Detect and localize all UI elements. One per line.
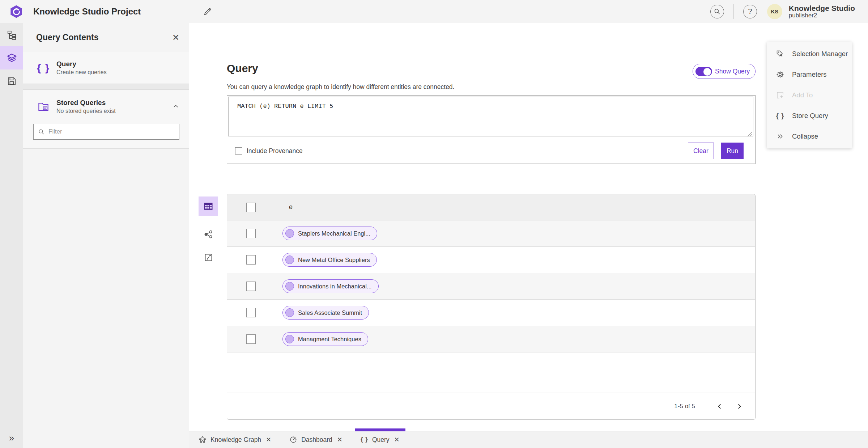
edit-title-button[interactable]: [202, 6, 213, 17]
results-table: e Staplers Mechanical Engi... New Metal …: [227, 194, 756, 420]
query-item-description: Create new queries: [56, 69, 107, 76]
include-provenance-checkbox[interactable]: [235, 147, 242, 155]
column-header-e: e: [275, 194, 755, 220]
panel-section-stored: Stored Queries No stored queries exist: [23, 90, 189, 149]
help-icon: ?: [748, 7, 752, 16]
row-checkbox[interactable]: [246, 334, 256, 344]
rail-save-button[interactable]: [0, 69, 23, 93]
bottom-tab-bar: Knowledge Graph ✕ Dashboard ✕ { } Query …: [189, 431, 868, 448]
query-view: Query You can query a knowledge graph to…: [189, 23, 868, 431]
entity-pill[interactable]: Innovations in Mechanical...: [282, 279, 379, 293]
query-heading: Query: [227, 62, 258, 75]
previous-page-button[interactable]: [712, 399, 727, 414]
table-row[interactable]: Staplers Mechanical Engi...: [227, 220, 755, 247]
app-header: Knowledge Studio Project ? KS Knowled: [0, 0, 868, 23]
account-username: publisher2: [789, 12, 855, 19]
panel-title-row: Query Contents ✕: [23, 23, 189, 52]
table-row[interactable]: Managment Techniques: [227, 326, 755, 352]
panel-section-gap: [23, 84, 189, 90]
entity-dot-icon: [285, 255, 294, 264]
panel-close-icon[interactable]: ✕: [172, 33, 179, 42]
query-description: You can query a knowledge graph to ident…: [227, 83, 454, 91]
avatar[interactable]: KS: [767, 4, 782, 19]
row-checkbox[interactable]: [246, 255, 256, 265]
query-item-label: Query: [56, 60, 107, 68]
query-actions-panel: Selection Manager Parameters: [767, 42, 852, 148]
search-button[interactable]: [710, 5, 724, 18]
project-title: Knowledge Studio Project: [33, 7, 141, 17]
stored-queries-folder-icon: [35, 101, 51, 112]
store-query-button[interactable]: { } Store Query: [767, 105, 852, 126]
show-query-toggle[interactable]: Show Query: [693, 64, 756, 79]
gear-icon: [775, 70, 785, 79]
tab-dashboard[interactable]: Dashboard ✕: [283, 431, 349, 448]
app-logo-icon: [9, 5, 23, 18]
braces-icon: { }: [35, 62, 51, 74]
help-button[interactable]: ?: [743, 5, 757, 18]
rail-data-model-button[interactable]: [0, 23, 23, 46]
row-checkbox[interactable]: [246, 229, 256, 238]
user-block[interactable]: Knowledge Studio publisher2: [789, 4, 855, 19]
panel-item-query[interactable]: { } Query Create new queries: [23, 52, 189, 84]
run-button[interactable]: Run: [721, 143, 744, 159]
entity-pill[interactable]: New Metal Office Suppliers: [282, 253, 377, 267]
header-divider: [733, 4, 734, 19]
table-row[interactable]: Sales Associate Summit: [227, 300, 755, 326]
filter-input[interactable]: [48, 128, 175, 135]
link-chart-view-button[interactable]: [199, 224, 218, 244]
braces-icon: { }: [361, 436, 368, 443]
entity-dot-icon: [285, 282, 294, 291]
knowledge-studio-app: Knowledge Studio Project ? KS Knowled: [0, 0, 868, 448]
toggle-switch-icon: [695, 67, 712, 76]
query-editor-footer: Include Provenance Clear Run: [227, 138, 755, 164]
entity-dot-icon: [285, 229, 294, 238]
stored-queries-label: Stored Queries: [56, 99, 116, 107]
query-textarea[interactable]: MATCH (e) RETURN e LIMIT 5: [228, 97, 753, 136]
clear-button[interactable]: Clear: [688, 143, 714, 159]
collapse-button[interactable]: Collapse: [767, 126, 852, 147]
stored-queries-description: No stored queries exist: [56, 108, 116, 114]
query-editor-box: MATCH (e) RETURN e LIMIT 5 Include Prove…: [227, 95, 756, 164]
table-view-button[interactable]: [199, 196, 218, 216]
include-provenance-label: Include Provenance: [247, 147, 303, 155]
selection-manager-button[interactable]: Selection Manager: [767, 43, 852, 64]
entity-dot-icon: [285, 335, 294, 343]
close-tab-icon[interactable]: ✕: [337, 436, 342, 444]
entity-pill[interactable]: Sales Associate Summit: [282, 306, 369, 320]
entity-pill[interactable]: Managment Techniques: [282, 332, 368, 346]
close-tab-icon[interactable]: ✕: [266, 436, 271, 444]
row-checkbox[interactable]: [246, 308, 256, 317]
show-query-label: Show Query: [715, 68, 750, 75]
panel-item-stored-queries[interactable]: Stored Queries No stored queries exist: [23, 90, 189, 123]
query-contents-panel: Query Contents ✕ { } Query Create new qu…: [23, 23, 189, 448]
pagination-bar: 1-5 of 5: [227, 393, 755, 419]
resize-grip-icon[interactable]: [747, 132, 752, 137]
entity-pill[interactable]: Staplers Mechanical Engi...: [282, 227, 377, 240]
table-row[interactable]: New Metal Office Suppliers: [227, 247, 755, 273]
add-to-button: Add To: [767, 85, 852, 105]
braces-icon: { }: [775, 112, 785, 120]
parameters-button[interactable]: Parameters: [767, 64, 852, 85]
row-checkbox[interactable]: [246, 282, 256, 291]
select-all-checkbox[interactable]: [246, 203, 256, 212]
table-header-row: e: [227, 194, 755, 220]
close-tab-icon[interactable]: ✕: [394, 436, 400, 444]
search-icon: [38, 128, 45, 135]
entity-dot-icon: [285, 308, 294, 317]
header-right-cluster: ? KS Knowledge Studio publisher2: [710, 4, 857, 19]
table-row[interactable]: Innovations in Mechanical...: [227, 273, 755, 300]
pagination-range: 1-5 of 5: [674, 403, 695, 410]
caret-up-icon[interactable]: [172, 103, 179, 110]
rail-contents-button[interactable]: [0, 46, 23, 69]
tab-knowledge-graph[interactable]: Knowledge Graph ✕: [192, 431, 278, 448]
left-rail: »: [0, 23, 23, 448]
selection-manager-icon: [775, 50, 785, 58]
next-page-button[interactable]: [732, 399, 746, 414]
map-view-button[interactable]: [199, 248, 218, 267]
filter-box: [33, 124, 179, 140]
knowledge-graph-icon: [199, 436, 207, 444]
tab-query[interactable]: { } Query ✕: [354, 431, 406, 448]
expand-icon: »: [9, 432, 14, 444]
rail-expand-button[interactable]: »: [0, 430, 23, 446]
account-name: Knowledge Studio: [789, 4, 855, 12]
